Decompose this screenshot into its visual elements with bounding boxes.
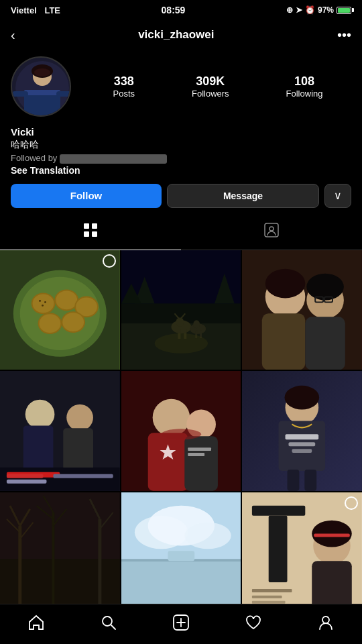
nav-add[interactable]: [164, 608, 198, 641]
message-button[interactable]: Message: [167, 184, 319, 208]
svg-rect-122: [314, 533, 351, 537]
grid-item-6[interactable]: [242, 371, 362, 491]
svg-rect-11: [84, 231, 89, 237]
select-icon-9: [345, 496, 358, 510]
person-tag-icon: [264, 223, 279, 241]
svg-point-53: [265, 268, 306, 298]
grid-item-2[interactable]: [121, 250, 241, 370]
compass-icon: ➤: [296, 5, 302, 15]
svg-rect-5: [12, 91, 28, 97]
svg-point-88: [285, 386, 320, 410]
add-icon: [172, 614, 190, 635]
followed-by-text: Followed by: [11, 153, 351, 164]
svg-rect-87: [292, 449, 312, 453]
svg-point-48: [154, 333, 207, 354]
svg-point-14: [269, 227, 274, 231]
svg-rect-9: [84, 223, 89, 229]
tab-grid[interactable]: [0, 215, 181, 250]
svg-point-28: [39, 300, 41, 302]
profile-section: 338 Posts 309K Followers 108 Following V…: [0, 50, 362, 208]
svg-rect-90: [305, 470, 317, 491]
following-label: Following: [286, 89, 323, 99]
svg-point-19: [33, 294, 54, 313]
status-carrier: Viettel LTE: [11, 5, 60, 15]
svg-rect-117: [252, 506, 305, 516]
follow-button[interactable]: Follow: [11, 184, 162, 208]
svg-rect-65: [63, 429, 93, 472]
posts-count: 338: [113, 74, 135, 89]
grid-item-9[interactable]: [242, 492, 362, 612]
bio-text: 哈哈哈: [11, 139, 351, 151]
status-icons: ⊕ ➤ ⏰ 97%: [286, 5, 351, 15]
svg-rect-4: [24, 90, 60, 95]
location-icon: ⊕: [286, 5, 293, 15]
svg-rect-56: [306, 317, 346, 370]
more-options-button[interactable]: •••: [337, 28, 351, 43]
svg-rect-69: [53, 474, 113, 478]
svg-point-21: [56, 290, 77, 309]
svg-point-47: [193, 320, 200, 328]
svg-rect-12: [92, 231, 97, 237]
svg-point-30: [42, 304, 44, 306]
svg-point-111: [184, 523, 231, 549]
nav-home[interactable]: [19, 608, 53, 641]
svg-rect-124: [252, 596, 282, 598]
grid-item-4[interactable]: [0, 371, 120, 491]
svg-point-78: [161, 429, 201, 440]
svg-point-54: [307, 273, 345, 300]
svg-rect-86: [289, 442, 316, 446]
svg-rect-79: [188, 447, 211, 451]
svg-point-29: [44, 301, 46, 303]
grid-item-8[interactable]: [121, 492, 241, 612]
followers-stat[interactable]: 309K Followers: [192, 74, 229, 99]
svg-rect-80: [188, 453, 204, 456]
see-translation-button[interactable]: See Translation: [11, 165, 351, 176]
avatar[interactable]: [11, 56, 71, 117]
search-icon: [100, 614, 117, 635]
select-icon-1: [103, 254, 116, 268]
nav-likes[interactable]: [237, 608, 270, 641]
profile-stats: 338 Posts 309K Followers 108 Following: [84, 74, 351, 99]
svg-rect-123: [252, 589, 292, 592]
alarm-icon: ⏰: [305, 5, 315, 15]
profile-header: ‹ vicki_zhaowei •••: [0, 20, 362, 50]
profile-top-row: 338 Posts 309K Followers 108 Following: [11, 56, 351, 117]
svg-rect-66: [0, 468, 120, 491]
display-name: Vicki: [11, 126, 351, 138]
svg-point-131: [322, 616, 329, 623]
more-button[interactable]: ∨: [324, 184, 351, 208]
battery-percent: 97%: [318, 5, 334, 15]
followers-names-blurred: [60, 154, 167, 164]
svg-rect-13: [265, 223, 278, 237]
svg-point-27: [62, 313, 84, 331]
following-stat[interactable]: 108 Following: [286, 74, 323, 99]
back-button[interactable]: ‹: [11, 28, 15, 43]
tab-tagged[interactable]: [181, 215, 362, 250]
followed-by-label: Followed by: [11, 153, 57, 163]
profile-icon: [317, 614, 335, 635]
bottom-navigation: [0, 604, 362, 644]
svg-rect-63: [23, 426, 54, 472]
svg-rect-10: [92, 223, 97, 229]
svg-point-62: [25, 400, 55, 429]
grid-item-1[interactable]: [0, 250, 120, 370]
svg-rect-70: [7, 474, 44, 478]
svg-point-8: [34, 68, 50, 76]
followers-label: Followers: [192, 89, 229, 99]
svg-point-64: [66, 405, 93, 431]
nav-profile[interactable]: [309, 608, 343, 641]
posts-stat: 338 Posts: [113, 74, 135, 99]
svg-rect-68: [7, 480, 47, 484]
grid-item-3[interactable]: [242, 250, 362, 370]
svg-rect-85: [286, 435, 319, 440]
grid-icon: [83, 223, 98, 241]
nav-search[interactable]: [92, 608, 125, 641]
status-bar: Viettel LTE 08:59 ⊕ ➤ ⏰ 97%: [0, 0, 362, 20]
photo-grid: [0, 250, 362, 612]
home-icon: [27, 614, 45, 635]
svg-point-41: [176, 317, 184, 327]
posts-label: Posts: [113, 89, 135, 99]
grid-item-7[interactable]: [0, 492, 120, 612]
grid-item-5[interactable]: [121, 371, 241, 491]
battery-icon: [337, 7, 351, 14]
